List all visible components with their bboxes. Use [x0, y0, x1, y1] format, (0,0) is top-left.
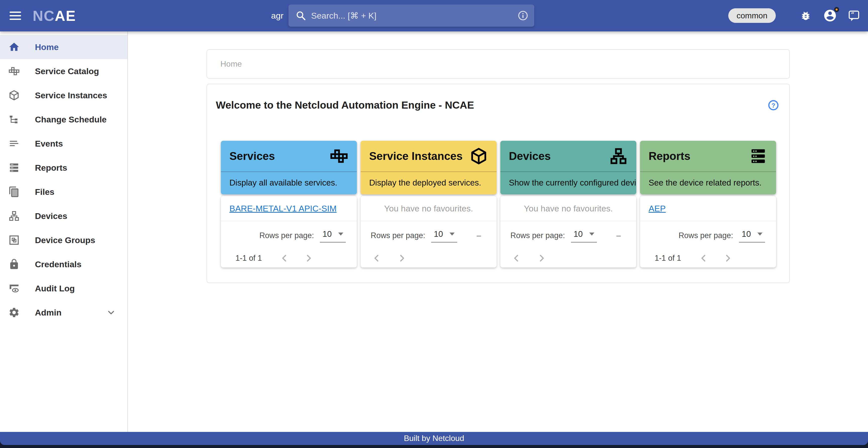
page-range: –	[477, 231, 481, 240]
tile-description: Show the currently configured devic…	[500, 172, 636, 193]
tile-reports-body: AEP Rows per page: 10 1-1	[640, 196, 776, 268]
dropdown-caret-icon	[338, 233, 343, 236]
sidebar-item-label: Events	[35, 139, 63, 149]
main-content: Home Welcome to the Netcloud Automation …	[128, 31, 868, 432]
tile-services: Services Display all available services.	[221, 141, 357, 268]
breadcrumb: Home	[207, 49, 790, 79]
sidebar-item-label: Service Catalog	[35, 66, 99, 76]
tile-reports-header[interactable]: Reports	[640, 141, 776, 194]
account-button[interactable]	[823, 8, 837, 23]
svg-text:“: “	[851, 11, 855, 18]
tile-title: Reports	[649, 150, 690, 162]
sidebar-item-home[interactable]: Home	[0, 35, 127, 59]
dropdown-caret-icon	[450, 233, 455, 236]
sidebar-item-files[interactable]: Files	[0, 180, 127, 204]
ncae-logo[interactable]: NCAE	[33, 0, 76, 31]
tile-services-body: BARE-METAL-V1 APIC-SIM Rows per page: 10	[221, 196, 357, 268]
lock-icon	[8, 259, 20, 270]
next-page-button[interactable]	[303, 252, 315, 264]
prev-page-button[interactable]	[278, 252, 290, 264]
sidebar-item-devices[interactable]: Devices	[0, 204, 127, 228]
search-icon	[295, 10, 307, 21]
tile-service-instances-header[interactable]: Service Instances Display the deployed s…	[361, 141, 497, 194]
sidebar-item-admin[interactable]: Admin	[0, 300, 127, 325]
sidebar-item-reports[interactable]: Reports	[0, 156, 127, 180]
page-range: 1-1 of 1	[655, 254, 681, 263]
sidebar-item-change-schedule[interactable]: Change Schedule	[0, 107, 127, 131]
tile-description: Display the deployed services.	[361, 172, 497, 193]
rows-per-page-select[interactable]: 10	[320, 229, 346, 243]
pagination: Rows per page: 10 1-1 of 1	[221, 221, 357, 268]
logo-prefix: NC	[33, 7, 55, 24]
tile-devices-header[interactable]: Devices Show the currently configur	[500, 141, 636, 194]
topbar: NCAE agr common	[0, 0, 868, 31]
tile-services-header[interactable]: Services Display all available services.	[221, 141, 357, 194]
ncae-app: NCAE agr common	[0, 0, 868, 448]
empty-favourites-text: You have no favourites.	[384, 204, 473, 213]
prev-page-button[interactable]	[371, 252, 382, 264]
sidebar-item-label: Service Instances	[35, 90, 107, 100]
cube-icon	[8, 90, 20, 101]
audit-log-icon	[8, 282, 20, 294]
menu-button[interactable]	[9, 11, 21, 20]
rows-per-page-value: 10	[322, 229, 332, 239]
feedback-button[interactable]: “	[848, 10, 860, 22]
tree-icon	[8, 114, 20, 125]
bug-report-button[interactable]	[800, 10, 811, 21]
next-page-button[interactable]	[536, 252, 548, 264]
tile-reports: Reports	[640, 141, 776, 268]
next-page-button[interactable]	[722, 252, 734, 264]
sidebar-item-label: Audit Log	[35, 283, 75, 293]
home-icon	[8, 41, 20, 53]
rows-per-page-label: Rows per page:	[371, 231, 425, 240]
tile-description: Display all available services.	[221, 172, 357, 193]
sidebar-item-service-instances[interactable]: Service Instances	[0, 83, 127, 107]
page-range: 1-1 of 1	[236, 254, 262, 263]
chevron-down-icon	[106, 307, 116, 318]
rows-per-page-select[interactable]: 10	[571, 229, 597, 243]
notification-badge	[834, 7, 839, 12]
page-range: –	[616, 231, 621, 240]
pagination: Rows per page: 10 –	[361, 221, 497, 268]
sidebar-item-label: Devices	[35, 211, 67, 221]
sidebar-item-audit-log[interactable]: Audit Log	[0, 276, 127, 300]
rows-per-page-label: Rows per page:	[679, 231, 733, 240]
pagination: Rows per page: 10 –	[500, 221, 636, 268]
rows-per-page-select[interactable]: 10	[739, 229, 765, 243]
sidebar-item-label: Files	[35, 187, 54, 197]
prev-page-button[interactable]	[510, 252, 522, 264]
help-icon[interactable]: ?	[768, 99, 779, 111]
tenant-chip-label: common	[737, 11, 768, 20]
lan-icon	[609, 147, 628, 166]
window-edge: Built by Netcloud	[0, 432, 868, 448]
sidebar-item-events[interactable]: Events	[0, 131, 127, 156]
breadcrumb-home[interactable]: Home	[220, 50, 242, 78]
sidebar-item-label: Credentials	[35, 260, 82, 269]
lan-icon	[8, 210, 20, 222]
sidebar-item-device-groups[interactable]: Device Groups	[0, 228, 127, 252]
footer-text: Built by Netcloud	[404, 434, 464, 443]
search-input[interactable]	[311, 10, 517, 21]
tile-title: Devices	[509, 150, 551, 162]
welcome-card: Welcome to the Netcloud Automation Engin…	[207, 84, 790, 283]
search-box	[288, 4, 534, 27]
tile-devices-body: You have no favourites. Rows per page: 1…	[500, 196, 636, 268]
page-title: Welcome to the Netcloud Automation Engin…	[216, 99, 474, 111]
tile-devices: Devices Show the currently configur	[500, 141, 636, 268]
info-icon[interactable]	[517, 10, 529, 21]
gear-icon	[8, 307, 20, 318]
favourite-link[interactable]: AEP	[649, 204, 666, 213]
dashboard-tiles: Services Display all available services.	[221, 141, 776, 268]
rows-per-page-value: 10	[574, 229, 583, 239]
tile-title: Service Instances	[369, 150, 463, 162]
tenant-chip[interactable]: common	[728, 8, 776, 23]
logo-suffix: AE	[55, 7, 76, 24]
tile-service-instances-body: You have no favourites. Rows per page: 1…	[361, 196, 497, 268]
prev-page-button[interactable]	[698, 252, 709, 264]
sidebar-item-service-catalog[interactable]: Service Catalog	[0, 59, 127, 83]
rows-per-page-select[interactable]: 10	[431, 229, 457, 243]
favourite-link[interactable]: BARE-METAL-V1 APIC-SIM	[229, 204, 337, 213]
server-stack-icon	[8, 162, 20, 174]
sidebar-item-credentials[interactable]: Credentials	[0, 252, 127, 276]
next-page-button[interactable]	[396, 252, 408, 264]
